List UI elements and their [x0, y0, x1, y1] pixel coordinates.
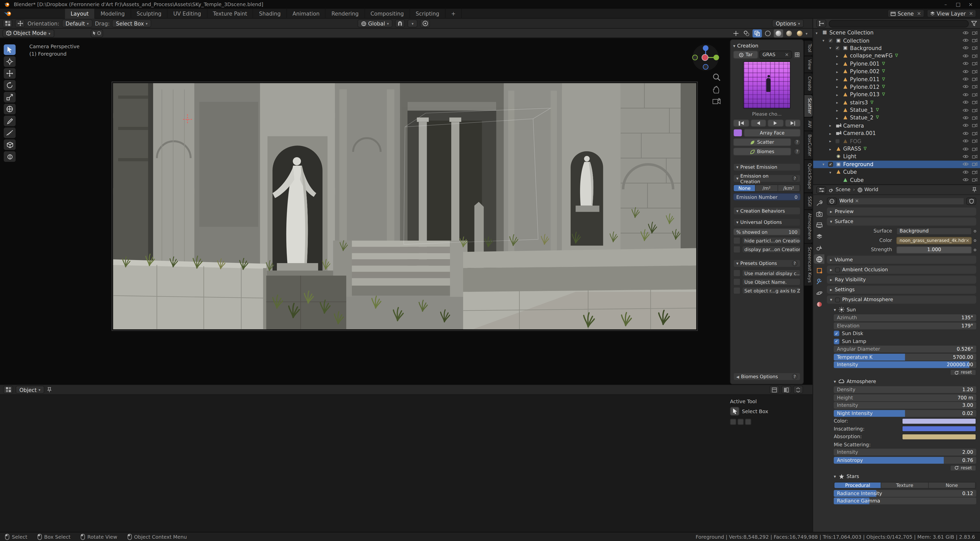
sidebar-tab[interactable]: Atmosphere: [804, 210, 813, 243]
snap-settings-button[interactable]: ▾: [407, 19, 417, 27]
hide-in-viewport-icon[interactable]: [963, 146, 969, 151]
disclosure-triangle-icon[interactable]: [836, 100, 842, 104]
hide-in-viewport-icon[interactable]: [963, 77, 969, 81]
workspace-tab[interactable]: Modeling: [95, 8, 131, 18]
disable-in-render-icon[interactable]: [972, 170, 977, 174]
mode-dropdown[interactable]: Object Mode▾: [3, 29, 54, 37]
tab-modifiers[interactable]: [814, 277, 824, 286]
orientation-dropdown[interactable]: Default▾: [62, 19, 92, 27]
color-swatch[interactable]: [902, 433, 977, 439]
outliner-row[interactable]: ▦▣▲▲◉ Background ∇: [813, 44, 980, 52]
environment-image-field[interactable]: noon_grass_sunerased_4k.hdr ×: [897, 237, 972, 244]
preset-option-bar[interactable]: Set object r...g axis to Z.: [742, 287, 800, 294]
sun-property-row[interactable]: Sun Lamp Sun Lamp Sun Lamp: [834, 338, 976, 345]
stars-property-row[interactable]: Radiance Intensity Radiance Intensity 0.…: [834, 490, 976, 496]
emission-mode-option[interactable]: /km²: [778, 185, 800, 191]
property-slider[interactable]: Night Intensity 0.02: [834, 410, 976, 417]
outliner-row[interactable]: ▦▣▲▲◉ Foreground ∇: [813, 161, 980, 168]
scene-unlink-icon[interactable]: ×: [917, 11, 921, 16]
scatter-button[interactable]: Scatter: [733, 138, 791, 146]
sidebar-tab[interactable]: SSGI: [804, 193, 813, 210]
workspace-tab[interactable]: Animation: [287, 8, 326, 18]
property-slider[interactable]: Density 1.20: [834, 386, 976, 393]
maximize-button[interactable]: □: [953, 2, 964, 7]
shading-solid-button[interactable]: [774, 29, 783, 37]
outliner-row[interactable]: ▦▣▲▲◉ Cube ∇: [813, 168, 980, 176]
collection-checkbox[interactable]: [835, 138, 840, 144]
percent-showed-field[interactable]: % showed on 100: [733, 228, 800, 235]
atmosphere-property-row[interactable]: Color: Color: Color:: [834, 417, 976, 424]
bottom-header-icon-2[interactable]: [781, 386, 791, 394]
outliner-row[interactable]: ▦▣▲▲◉ GRASS ∇: [813, 145, 980, 153]
cursor-tool-button[interactable]: [4, 56, 16, 67]
creation-panel-header[interactable]: Creation: [733, 42, 800, 50]
outliner-row[interactable]: ▦▣▲▲◉ Pylone.001 ∇: [813, 60, 980, 67]
view-layer-selector[interactable]: View Layer ×: [927, 10, 976, 18]
shading-wireframe-button[interactable]: [763, 29, 773, 37]
property-checkbox[interactable]: [834, 331, 839, 336]
outliner-row[interactable]: ▦▣▲▲◉ Pylone.002 ∇: [813, 67, 980, 75]
menu-item[interactable]: [24, 8, 32, 18]
pin-icon[interactable]: [972, 187, 977, 193]
add-cube-tool-button[interactable]: [4, 139, 16, 150]
overlays-toggle[interactable]: [742, 29, 751, 37]
disclosure-triangle-icon[interactable]: [836, 54, 842, 58]
sidebar-tab[interactable]: Scatter: [804, 95, 813, 117]
disable-in-render-icon[interactable]: [972, 108, 977, 112]
clear-image-icon[interactable]: ×: [966, 238, 969, 243]
color-swatch[interactable]: [902, 418, 977, 424]
hide-in-viewport-icon[interactable]: [963, 69, 969, 73]
outliner-row[interactable]: ▦▣▲▲◉ Camera ∇: [813, 122, 980, 129]
menu-item[interactable]: [50, 8, 59, 18]
disable-in-render-icon[interactable]: [972, 139, 977, 143]
biomes-options-help-icon[interactable]: ?: [792, 374, 797, 379]
volume-panel-header[interactable]: Volume: [827, 256, 976, 264]
sidebar-tab[interactable]: QuickShape: [804, 160, 813, 193]
hide-in-viewport-icon[interactable]: [963, 30, 969, 35]
options-dropdown[interactable]: Options▾: [772, 19, 803, 27]
disable-in-render-icon[interactable]: [972, 54, 977, 58]
property-slider[interactable]: Radiance Intensity 0.12: [834, 490, 976, 496]
annotate-tool-button[interactable]: [4, 116, 16, 126]
previous-preview-button[interactable]: [750, 119, 766, 127]
outliner-row[interactable]: ▦▣▲▲◉ Pylone.013 ∇: [813, 91, 980, 98]
outliner-editor-type-button[interactable]: [816, 19, 826, 27]
outliner-row[interactable]: ▦▣▲▲◉ stairs3 ∇: [813, 99, 980, 106]
grid-display-button[interactable]: [793, 51, 800, 59]
display-color-swatch[interactable]: [733, 129, 743, 137]
outliner-row[interactable]: ▦▣▲▲◉ Collection ∇: [813, 37, 980, 44]
disclosure-triangle-icon[interactable]: [836, 116, 842, 120]
close-button[interactable]: ×: [965, 2, 976, 7]
physical-atmosphere-checkbox[interactable]: [835, 297, 840, 302]
clear-emitter-icon[interactable]: ×: [785, 52, 789, 57]
toggle-label-bar[interactable]: hide particl...on Creation: [742, 237, 800, 244]
atmosphere-reset-button[interactable]: reset: [950, 465, 976, 471]
collection-checkbox[interactable]: [835, 46, 840, 51]
sun-subpanel-header[interactable]: Sun: [834, 306, 976, 313]
property-slider[interactable]: Azimuth 135°: [834, 314, 976, 321]
stars-subpanel-header[interactable]: Stars: [834, 473, 976, 480]
surface-panel-header[interactable]: Surface: [827, 217, 976, 226]
emission-on-creation-header[interactable]: Emission on Creation ?: [733, 174, 800, 183]
workspace-tab[interactable]: Layout: [65, 8, 95, 18]
disable-in-render-icon[interactable]: [972, 92, 977, 97]
first-preview-button[interactable]: [733, 119, 749, 127]
properties-editor-type-button[interactable]: [816, 186, 826, 193]
disclosure-triangle-icon[interactable]: [822, 162, 828, 166]
hide-in-viewport-icon[interactable]: [963, 154, 969, 159]
disable-in-render-icon[interactable]: [972, 123, 977, 127]
property-checkbox[interactable]: [834, 338, 839, 344]
preview-panel-header[interactable]: Preview: [827, 207, 976, 216]
viewport-menu-item[interactable]: [73, 28, 80, 38]
disclosure-triangle-icon[interactable]: [829, 123, 835, 127]
preset-option-bar[interactable]: Use material display c...: [742, 269, 800, 277]
world-browse-button[interactable]: [827, 197, 837, 205]
scatter-help-icon[interactable]: ?: [794, 139, 800, 146]
collection-checkbox[interactable]: [828, 38, 833, 43]
active-tool-icon-button[interactable]: [15, 19, 25, 27]
property-slider[interactable]: Intensity 200000.00: [834, 361, 976, 368]
world-name-field[interactable]: World ×: [839, 197, 964, 205]
stars-mode-option[interactable]: Texture: [881, 482, 928, 488]
disable-in-render-icon[interactable]: [972, 62, 977, 66]
biomes-help-icon[interactable]: ?: [794, 148, 800, 155]
